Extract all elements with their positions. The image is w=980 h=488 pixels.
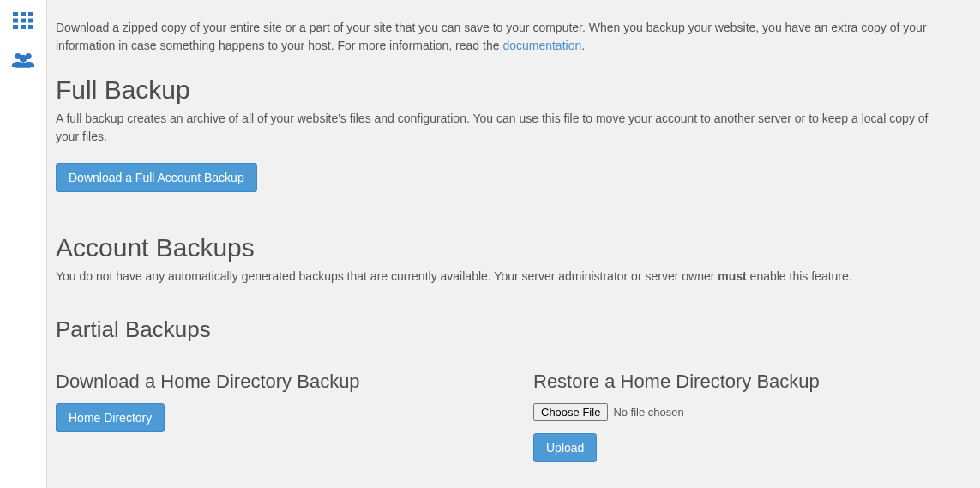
download-home-col: Download a Home Directory Backup Home Di… bbox=[56, 346, 482, 462]
choose-file-button[interactable]: Choose File bbox=[533, 403, 608, 421]
account-backups-must: must bbox=[718, 269, 746, 283]
sidebar bbox=[0, 0, 47, 488]
account-backups-heading: Account Backups bbox=[56, 233, 959, 262]
svg-rect-2 bbox=[28, 12, 33, 16]
users-icon[interactable] bbox=[10, 50, 36, 70]
intro-post: . bbox=[581, 39, 585, 52]
svg-rect-3 bbox=[13, 19, 18, 23]
main-content: Download a zipped copy of your entire si… bbox=[47, 0, 980, 488]
svg-point-11 bbox=[20, 55, 27, 63]
upload-button[interactable]: Upload bbox=[533, 433, 597, 462]
svg-rect-7 bbox=[21, 25, 26, 29]
full-backup-desc: A full backup creates an archive of all … bbox=[56, 110, 947, 146]
account-backups-desc-pre: You do not have any automatically genera… bbox=[56, 269, 718, 283]
partial-backups-heading: Partial Backups bbox=[56, 316, 959, 343]
documentation-link[interactable]: documentation bbox=[502, 39, 581, 52]
restore-home-col: Restore a Home Directory Backup Choose F… bbox=[533, 346, 959, 462]
account-backups-desc-post: enable this feature. bbox=[747, 269, 852, 283]
intro-pre: Download a zipped copy of your entire si… bbox=[56, 21, 927, 52]
svg-rect-6 bbox=[13, 25, 18, 29]
full-backup-heading: Full Backup bbox=[56, 75, 959, 105]
svg-rect-0 bbox=[13, 12, 18, 16]
intro-text: Download a zipped copy of your entire si… bbox=[56, 19, 947, 55]
home-directory-button[interactable]: Home Directory bbox=[56, 403, 165, 432]
download-home-heading: Download a Home Directory Backup bbox=[56, 371, 482, 393]
restore-home-heading: Restore a Home Directory Backup bbox=[533, 371, 959, 393]
svg-rect-1 bbox=[21, 12, 26, 16]
account-backups-desc: You do not have any automatically genera… bbox=[56, 268, 947, 286]
svg-rect-4 bbox=[21, 19, 26, 23]
download-full-backup-button[interactable]: Download a Full Account Backup bbox=[56, 163, 257, 192]
apps-grid-icon[interactable] bbox=[10, 10, 36, 31]
svg-rect-8 bbox=[28, 25, 33, 29]
file-chosen-status: No file chosen bbox=[613, 406, 683, 419]
svg-rect-5 bbox=[28, 19, 33, 23]
